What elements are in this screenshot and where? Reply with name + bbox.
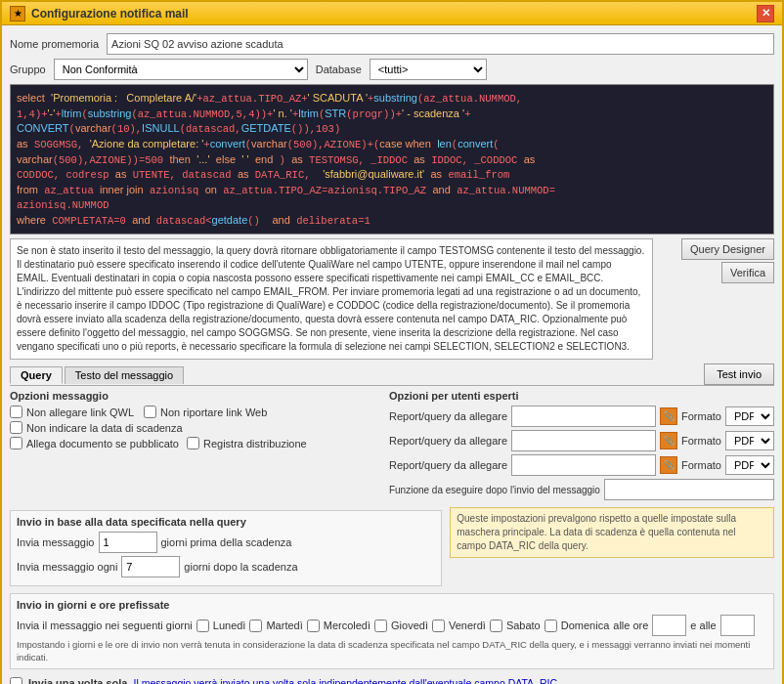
invia-msg-row: Invia messaggio 1 giorni prima della sca… [17,532,435,553]
report-row-1: Report/query da allegare 📎 Formato PDF [389,406,774,427]
query-buttons: Query Designer Verifica [657,238,774,283]
tab-bar: Query Testo del messaggio Test invio [10,363,774,386]
allega-label: Allega documento se pubblicato [26,438,179,449]
invia-ogni-input[interactable]: 7 [121,556,180,577]
invio-giorni-title: Invio in giorni e ore prefissate [17,599,767,611]
giovedi-checkbox[interactable] [374,620,387,632]
opzioni-esperti-title: Opzioni per utenti esperti [389,390,774,402]
attach-icon-3[interactable]: 📎 [660,456,677,474]
non-riportare-label: Non riportare link Web [160,406,267,418]
database-select[interactable]: <tutti> [370,59,487,80]
formato-select-3[interactable]: PDF [725,455,774,475]
registra-label: Registra distribuzione [203,438,307,449]
ore-input-1[interactable] [652,615,686,636]
venerdi-checkbox[interactable] [432,620,445,632]
verifica-button[interactable]: Verifica [721,262,774,283]
funzione-label: Funzione da eseguire dopo l'invio del me… [389,485,600,495]
non-riportare-checkbox[interactable] [144,406,156,418]
nome-promemoria-input[interactable]: Azioni SQ 02 avviso azione scaduta [107,33,774,55]
non-allegare-row: Non allegare link QWL Non riportare link… [10,406,381,418]
giorni-dopo-label: giorni dopo la scadenza [184,561,297,573]
close-button[interactable]: ✕ [757,5,774,22]
report-label-2: Report/query da allegare [389,435,507,447]
domenica-label: Domenica [561,620,610,631]
sql-editor[interactable]: select 'Promemoria : Completare A/'+az_a… [10,84,774,235]
formato-select-2[interactable]: PDF [725,431,774,450]
e-alle-label: e alle [690,620,716,631]
invia-msg-input[interactable]: 1 [99,532,157,553]
funzione-row: Funzione da eseguire dopo l'invio del me… [389,479,774,500]
gruppo-select[interactable]: Non Conformità [54,59,308,80]
invio-section: Invio in base alla data specificata nell… [10,507,774,586]
once-label: Invia una volta sola [28,677,127,684]
mercoledi-label: Mercoledì [324,620,370,631]
title-bar: ★ Configurazione notifica mail ✕ [2,2,782,25]
main-window: ★ Configurazione notifica mail ✕ Nome pr… [0,0,784,684]
gruppo-label: Gruppo [10,64,46,75]
report-label-1: Report/query da allegare [389,410,507,422]
giorni-note: Impostando i giorni e le ore di invio no… [17,639,767,663]
tab-query[interactable]: Query [10,366,63,384]
nome-promemoria-row: Nome promemoria Azioni SQ 02 avviso azio… [10,33,774,55]
invia-ogni-row: Invia messaggio ogni 7 giorni dopo la sc… [17,556,435,577]
invio-giorni-section: Invio in giorni e ore prefissate Invia i… [10,593,774,669]
opzioni-messaggio: Opzioni messaggio Non allegare link QWL … [10,390,381,500]
sabato-checkbox[interactable] [490,620,502,632]
prefix-label: Invia il messaggio nei seguenti giorni [17,620,193,631]
ore-input-2[interactable] [720,615,755,636]
report-label-3: Report/query da allegare [389,459,507,471]
gruppo-database-row: Gruppo Non Conformità Database <tutti> [10,59,774,80]
sql-container: select 'Promemoria : Completare A/'+az_a… [10,84,774,235]
report-row-3: Report/query da allegare 📎 Formato PDF [389,454,774,476]
allega-checkbox[interactable] [10,437,22,449]
mercoledi-checkbox[interactable] [307,620,320,632]
sabato-label: Sabato [506,620,541,631]
registra-checkbox[interactable] [187,437,199,449]
formato-label-3: Formato [681,459,721,471]
app-icon: ★ [10,6,25,21]
formato-label-1: Formato [681,410,721,422]
once-row: Invia una volta sola Il messaggio verrà … [10,677,774,684]
non-allegare-label: Non allegare link QWL [26,406,134,418]
lunedi-label: Lunedì [213,620,246,631]
query-designer-button[interactable]: Query Designer [681,238,774,260]
tab-testo-messaggio[interactable]: Testo del messaggio [65,366,184,384]
non-allegare-checkbox[interactable] [10,406,22,418]
formato-select-1[interactable]: PDF [725,406,774,426]
report-row-2: Report/query da allegare 📎 Formato PDF [389,430,774,451]
invia-msg-label: Invia messaggio [17,536,95,548]
report-input-2[interactable] [511,430,656,451]
options-section: Opzioni messaggio Non allegare link QWL … [10,390,774,500]
attach-icon-2[interactable]: 📎 [660,432,677,449]
domenica-checkbox[interactable] [544,620,557,632]
non-indicare-checkbox[interactable] [10,421,22,434]
attach-icon-1[interactable]: 📎 [660,407,677,425]
funzione-input[interactable] [604,479,774,500]
send-data-box: Invio in base alla data specificata nell… [10,510,442,586]
invia-ogni-label: Invia messaggio ogni [17,561,117,573]
martedi-checkbox[interactable] [249,620,262,632]
once-checkbox[interactable] [10,677,22,684]
nome-promemoria-label: Nome promemoria [10,38,99,50]
allega-row: Allega documento se pubblicato Registra … [10,437,381,449]
info-text: Se non è stato inserito il testo del mes… [10,238,653,360]
note-box-container: Queste impostazioni prevalgono rispetto … [450,507,774,586]
info-row: Se non è stato inserito il testo del mes… [10,238,774,360]
title-bar-left: ★ Configurazione notifica mail [10,6,189,21]
report-input-3[interactable] [511,454,656,476]
giovedi-label: Giovedì [391,620,428,631]
formato-label-2: Formato [681,435,721,447]
tabs: Query Testo del messaggio [10,366,184,384]
lunedi-checkbox[interactable] [196,620,209,632]
window-title: Configurazione notifica mail [31,7,189,21]
non-indicare-row: Non indicare la data di scadenza [10,421,381,434]
opzioni-messaggio-title: Opzioni messaggio [10,390,381,402]
opzioni-esperti: Opzioni per utenti esperti Report/query … [389,390,774,500]
test-invio-button[interactable]: Test invio [704,363,774,385]
main-content: Nome promemoria Azioni SQ 02 avviso azio… [2,25,782,684]
invio-data-title: Invio in base alla data specificata nell… [17,516,435,528]
report-input-1[interactable] [511,406,656,427]
venerdi-label: Venerdì [449,620,486,631]
days-checkboxes-row: Invia il messaggio nei seguenti giorni L… [17,615,767,636]
database-label: Database [316,64,362,75]
